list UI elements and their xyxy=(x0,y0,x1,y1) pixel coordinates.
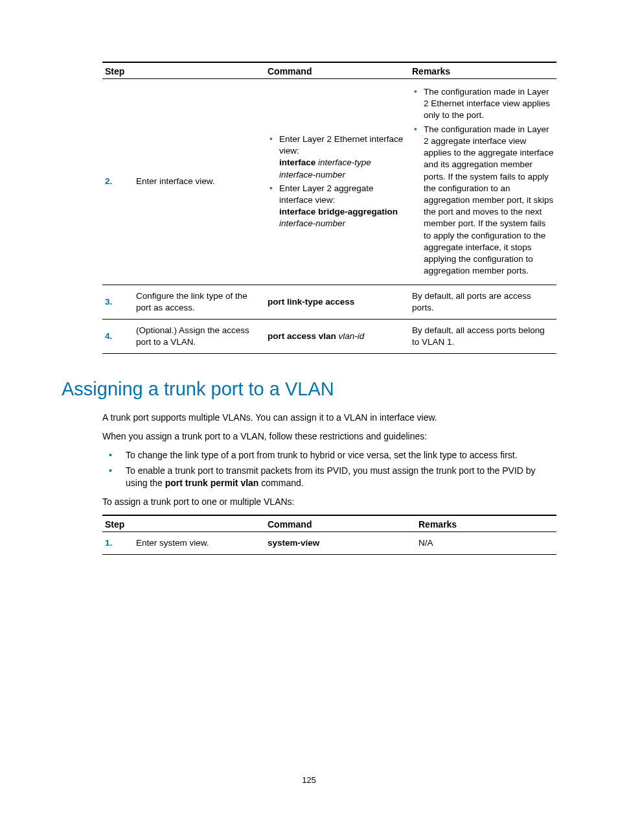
list-item: To change the link type of a port from t… xyxy=(126,449,556,461)
paragraph: When you assign a trunk port to a VLAN, … xyxy=(102,430,556,443)
col-header-command: Command xyxy=(265,515,416,532)
cmd-bullet: Enter Layer 2 aggregate interface view: … xyxy=(279,183,407,230)
col-header-remarks: Remarks xyxy=(409,62,556,79)
section-heading: Assigning a trunk port to a VLAN xyxy=(62,379,556,400)
col-header-command: Command xyxy=(265,62,409,79)
steps-table-2: Step Command Remarks 1. Enter system vie… xyxy=(102,515,556,555)
document-page: Step Command Remarks 2. Enter interface … xyxy=(0,0,618,811)
paragraph: To assign a trunk port to one or multipl… xyxy=(102,496,556,508)
step-desc: (Optional.) Assign the access port to a … xyxy=(133,319,265,353)
col-header-step: Step xyxy=(102,62,265,79)
col-header-step: Step xyxy=(102,515,265,532)
step-desc: Configure the link type of the port as a… xyxy=(133,285,265,319)
step-remarks: The configuration made in Layer 2 Ethern… xyxy=(409,79,556,285)
table-header-row: Step Command Remarks xyxy=(102,515,556,532)
step-number: 1. xyxy=(102,531,133,554)
cmd-bullet: Enter Layer 2 Ethernet interface view: i… xyxy=(279,134,407,181)
table-row: 4. (Optional.) Assign the access port to… xyxy=(102,319,556,353)
table-row: 2. Enter interface view. Enter Layer 2 E… xyxy=(102,79,556,285)
step-number: 3. xyxy=(102,285,133,319)
table-row: 1. Enter system view. system-view N/A xyxy=(102,531,556,554)
col-header-remarks: Remarks xyxy=(416,515,556,532)
remark-bullet: The configuration made in Layer 2 Ethern… xyxy=(424,86,554,122)
step-number: 2. xyxy=(102,79,133,285)
step-number: 4. xyxy=(102,319,133,353)
step-desc: Enter system view. xyxy=(133,531,265,554)
step-remarks: By default, all access ports belong to V… xyxy=(409,319,556,353)
guideline-list: To change the link type of a port from t… xyxy=(102,449,556,489)
steps-table-1: Step Command Remarks 2. Enter interface … xyxy=(102,62,556,354)
paragraph: A trunk port supports multiple VLANs. Yo… xyxy=(102,412,556,424)
step-command: port link-type access xyxy=(265,285,409,319)
remark-bullet: The configuration made in Layer 2 aggreg… xyxy=(424,124,554,277)
step-desc: Enter interface view. xyxy=(133,79,265,285)
step-command: system-view xyxy=(265,531,416,554)
step-remarks: N/A xyxy=(416,531,556,554)
page-number: 125 xyxy=(62,775,556,785)
step-command: port access vlan vlan-id xyxy=(265,319,409,353)
table-header-row: Step Command Remarks xyxy=(102,62,556,79)
table-row: 3. Configure the link type of the port a… xyxy=(102,285,556,319)
list-item: To enable a trunk port to transmit packe… xyxy=(126,465,556,489)
step-command: Enter Layer 2 Ethernet interface view: i… xyxy=(265,79,409,285)
step-remarks: By default, all ports are access ports. xyxy=(409,285,556,319)
